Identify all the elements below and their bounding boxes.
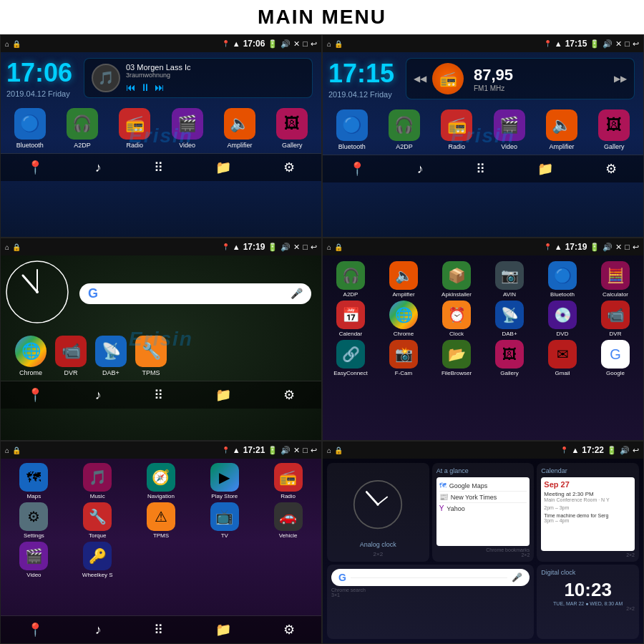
close-icon-3[interactable]: ✕ bbox=[293, 243, 300, 252]
drawer-a2dp-4[interactable]: 🎧 A2DP bbox=[326, 261, 376, 298]
app-video-2[interactable]: 🎬 Video bbox=[494, 109, 525, 150]
drawer-dvd-4[interactable]: 💿 DVD bbox=[537, 301, 587, 337]
nav-folder-3[interactable]: 📁 bbox=[210, 386, 237, 404]
drawer-gmail-4[interactable]: ✉ Gmail bbox=[537, 340, 587, 376]
back-icon-4[interactable]: ↩ bbox=[633, 243, 639, 252]
drawer-calendar-4[interactable]: 📅 Calendar bbox=[326, 301, 376, 337]
app-video-1[interactable]: 🎬 Video bbox=[172, 108, 203, 149]
nav-music-1[interactable]: ♪ bbox=[89, 159, 107, 177]
nav-music-3[interactable]: ♪ bbox=[89, 386, 107, 404]
app-amplifier-2[interactable]: 🔈 Amplifier bbox=[546, 109, 577, 150]
drawer-avin-4[interactable]: 📷 AVIN bbox=[484, 261, 535, 298]
nav-location-1[interactable]: 📍 bbox=[21, 158, 49, 177]
app-maps-5[interactable]: 🗺 Maps bbox=[4, 463, 64, 499]
drawer-calculator-4[interactable]: 🧮 Calculator bbox=[590, 261, 640, 298]
app-chrome-3[interactable]: 🌐 Chrome bbox=[15, 336, 47, 376]
widget-chrome-search-6[interactable]: G 🎤 Chrome search 3×1 bbox=[327, 565, 534, 639]
nav-music-5[interactable]: ♪ bbox=[89, 621, 107, 639]
close-icon-1[interactable]: ✕ bbox=[293, 39, 300, 49]
battery-icon-4: 🔋 bbox=[590, 243, 600, 252]
app-video-5[interactable]: 🎬 Video bbox=[4, 542, 64, 578]
back-icon-3[interactable]: ↩ bbox=[311, 243, 317, 252]
home-icon-6[interactable]: ⌂ bbox=[327, 447, 331, 454]
back-icon-5[interactable]: ↩ bbox=[311, 446, 317, 455]
drawer-google-4[interactable]: G Google bbox=[590, 340, 640, 376]
drawer-dvr-4[interactable]: 📹 DVR bbox=[590, 301, 640, 337]
google-search-bar-3[interactable]: G 🎤 bbox=[79, 283, 311, 304]
close-icon-4[interactable]: ✕ bbox=[615, 243, 622, 252]
nav-folder-2[interactable]: 📁 bbox=[532, 160, 559, 178]
nav-location-3[interactable]: 📍 bbox=[21, 386, 49, 404]
drawer-chrome-4[interactable]: 🌐 Chrome bbox=[379, 301, 429, 337]
back-icon-6[interactable]: ↩ bbox=[633, 446, 639, 455]
time-3: 17:19 bbox=[243, 242, 265, 252]
nav-settings-3[interactable]: ⚙ bbox=[278, 386, 301, 404]
app-icon-2[interactable]: □ bbox=[625, 39, 630, 48]
nav-settings-5[interactable]: ⚙ bbox=[278, 620, 301, 639]
app-radio-1[interactable]: 📻 Radio bbox=[119, 108, 150, 149]
app-radio-2[interactable]: 📻 Radio bbox=[441, 109, 472, 150]
app-wheelkey-5[interactable]: 🔑 Wheelkey S bbox=[67, 542, 128, 578]
drawer-clock-4[interactable]: ⏰ Clock bbox=[431, 301, 482, 337]
app-tpms-5[interactable]: ⚠ TPMS bbox=[131, 502, 192, 539]
close-icon-2[interactable]: ✕ bbox=[615, 39, 622, 49]
nav-dots-1[interactable]: ⠿ bbox=[148, 158, 169, 177]
play-btn-1[interactable]: ⏸ bbox=[140, 82, 150, 93]
nav-music-2[interactable]: ♪ bbox=[411, 160, 429, 178]
back-icon-2[interactable]: ↩ bbox=[633, 39, 639, 49]
app-a2dp-2[interactable]: 🎧 A2DP bbox=[389, 109, 420, 150]
app-dvr-3[interactable]: 📹 DVR bbox=[55, 336, 87, 376]
next-btn-1[interactable]: ⏭ bbox=[155, 82, 165, 93]
app-gallery-2[interactable]: 🖼 Gallery bbox=[598, 109, 630, 150]
nav-folder-1[interactable]: 📁 bbox=[210, 158, 237, 177]
app-icon-4[interactable]: □ bbox=[625, 243, 630, 251]
app-settings-5[interactable]: ⚙ Settings bbox=[4, 502, 64, 539]
radio-prev-2[interactable]: ◀◀ bbox=[414, 74, 426, 84]
nav-location-2[interactable]: 📍 bbox=[343, 160, 371, 178]
home-icon-1[interactable]: ⌂ bbox=[5, 40, 9, 48]
drawer-amplifier-4[interactable]: 🔈 Amplifier bbox=[379, 261, 429, 298]
nav-dots-5[interactable]: ⠿ bbox=[148, 620, 169, 639]
nav-dots-2[interactable]: ⠿ bbox=[470, 160, 491, 178]
app-navigation-5[interactable]: 🧭 Navigation bbox=[131, 463, 192, 499]
app-amplifier-1[interactable]: 🔈 Amplifier bbox=[224, 108, 255, 149]
drawer-fcam-4[interactable]: 📸 F-Cam bbox=[379, 340, 429, 376]
mic-icon-3[interactable]: 🎤 bbox=[291, 288, 303, 299]
prev-btn-1[interactable]: ⏮ bbox=[126, 82, 136, 93]
nav-settings-2[interactable]: ⚙ bbox=[600, 160, 623, 178]
app-icon-1[interactable]: □ bbox=[303, 39, 308, 48]
home-icon-3[interactable]: ⌂ bbox=[5, 243, 9, 251]
close-icon-5[interactable]: ✕ bbox=[293, 446, 300, 455]
app-torque-5[interactable]: 🔧 Torque bbox=[67, 502, 128, 539]
app-tv-5[interactable]: 📺 TV bbox=[194, 502, 255, 539]
app-music-5[interactable]: 🎵 Music bbox=[67, 463, 128, 499]
drawer-easyconnect-4[interactable]: 🔗 EasyConnect bbox=[326, 340, 376, 376]
nav-dots-3[interactable]: ⠿ bbox=[148, 386, 169, 404]
drawer-bluetooth-4[interactable]: 🔵 Bluetooth bbox=[537, 261, 587, 298]
app-bluetooth-1[interactable]: 🔵 Bluetooth bbox=[14, 108, 46, 149]
chrome-search-mic-icon-6[interactable]: 🎤 bbox=[512, 572, 522, 582]
radio-next-2[interactable]: ▶▶ bbox=[614, 74, 627, 84]
home-icon-2[interactable]: ⌂ bbox=[327, 40, 331, 48]
nav-settings-1[interactable]: ⚙ bbox=[278, 158, 301, 177]
app-vehicle-5[interactable]: 🚗 Vehicle bbox=[258, 502, 318, 539]
drawer-apkinstaller-4[interactable]: 📦 ApkInstaller bbox=[431, 261, 482, 298]
back-icon-1[interactable]: ↩ bbox=[311, 39, 317, 49]
app-icon-3[interactable]: □ bbox=[303, 243, 308, 251]
drawer-filebrowser-4[interactable]: 📂 FileBrowser bbox=[431, 340, 482, 376]
home-icon-5[interactable]: ⌂ bbox=[5, 447, 9, 454]
drawer-gallery-4[interactable]: 🖼 Gallery bbox=[484, 340, 535, 376]
app-gallery-1[interactable]: 🖼 Gallery bbox=[276, 108, 308, 149]
app-tpms-3[interactable]: 🔧 TPMS bbox=[135, 336, 167, 376]
app-playstore-5[interactable]: ▶ Play Store bbox=[194, 463, 255, 499]
app-dab-3[interactable]: 📡 DAB+ bbox=[95, 336, 127, 376]
nav-location-5[interactable]: 📍 bbox=[21, 620, 49, 639]
app-radio-5[interactable]: 📻 Radio bbox=[258, 463, 318, 499]
drawer-dab-4[interactable]: 📡 DAB+ bbox=[484, 301, 535, 337]
app-icon-5[interactable]: □ bbox=[303, 446, 308, 454]
a2dp-icon-2: 🎧 bbox=[389, 109, 420, 141]
app-bluetooth-2[interactable]: 🔵 Bluetooth bbox=[336, 109, 368, 150]
home-icon-4[interactable]: ⌂ bbox=[327, 243, 331, 251]
app-a2dp-1[interactable]: 🎧 A2DP bbox=[67, 108, 98, 149]
nav-folder-5[interactable]: 📁 bbox=[210, 620, 237, 639]
